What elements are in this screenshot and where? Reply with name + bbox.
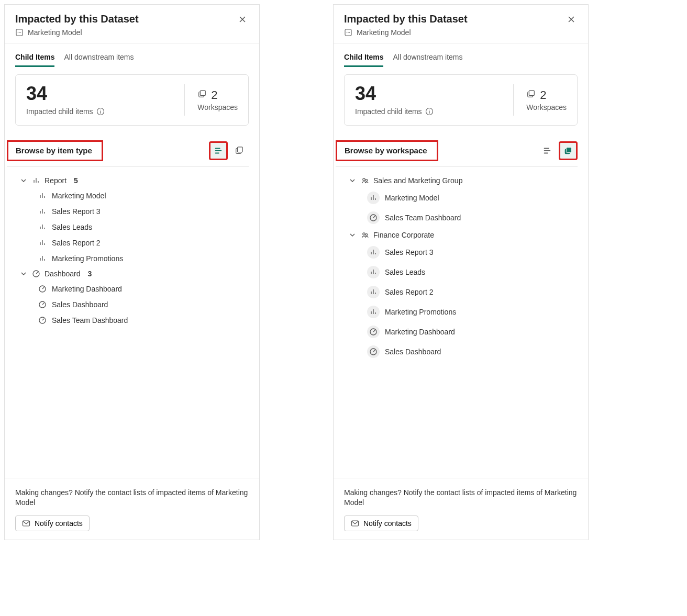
workspace-icon: [361, 231, 369, 239]
report-icon: [38, 223, 47, 231]
tree-item[interactable]: Sales Leads: [367, 262, 578, 282]
tab-all-downstream[interactable]: All downstream items: [393, 53, 462, 67]
tree-item[interactable]: Marketing Model: [367, 188, 578, 208]
report-icon: [367, 266, 380, 278]
notify-contacts-button[interactable]: Notify contacts: [344, 516, 418, 531]
svg-point-26: [363, 233, 365, 235]
tree-item[interactable]: Sales Team Dashboard: [367, 208, 578, 228]
tree-item[interactable]: Sales Team Dashboard: [38, 312, 249, 328]
item-label: Sales Dashboard: [385, 348, 441, 356]
close-icon: [238, 15, 247, 24]
browse-by-type-button[interactable]: [538, 141, 557, 160]
tree-item[interactable]: Sales Report 2: [367, 282, 578, 302]
report-icon: [38, 192, 47, 200]
report-icon: [38, 207, 47, 216]
chevron-down-icon: [348, 176, 357, 185]
tree-item[interactable]: Marketing Dashboard: [38, 281, 249, 297]
impact-panel-left: Impacted by this Dataset Marketing Model…: [4, 4, 260, 540]
svg-point-24: [365, 180, 368, 182]
dashboard-icon: [38, 300, 47, 309]
item-tree: Report5Marketing ModelSales Report 3Sale…: [5, 167, 259, 478]
impacted-count-label: Impacted child items: [355, 107, 422, 116]
browse-label-highlight: Browse by item type: [7, 140, 103, 161]
tab-child-items[interactable]: Child Items: [344, 53, 383, 67]
svg-point-15: [347, 32, 348, 33]
mail-icon: [351, 519, 359, 528]
item-label: Sales Leads: [52, 223, 92, 231]
workspace-icon: [361, 176, 369, 185]
svg-rect-22: [566, 148, 571, 153]
dataset-name: Marketing Model: [28, 28, 82, 37]
impacted-count: 34: [355, 84, 507, 103]
impacted-count: 34: [26, 84, 178, 103]
tree-item[interactable]: Marketing Promotions: [367, 302, 578, 322]
chevron-down-icon: [19, 270, 28, 278]
report-icon: [367, 286, 380, 298]
item-label: Sales Report 2: [52, 239, 101, 247]
tree-group-header[interactable]: Report5: [19, 173, 249, 188]
group-label: Finance Corporate: [373, 231, 434, 239]
item-label: Marketing Dashboard: [385, 328, 455, 336]
dashboard-icon: [38, 285, 47, 293]
tree-group-header[interactable]: Dashboard3: [19, 266, 249, 281]
item-label: Marketing Promotions: [385, 308, 456, 316]
svg-point-17: [349, 32, 350, 33]
browse-by-type-button[interactable]: [209, 141, 228, 160]
workspaces-icon: [526, 89, 536, 101]
tree-item[interactable]: Sales Report 2: [38, 235, 249, 251]
tree-item[interactable]: Sales Report 3: [38, 204, 249, 219]
svg-point-1: [18, 32, 19, 33]
dataset-name: Marketing Model: [357, 28, 411, 37]
svg-point-2: [19, 32, 20, 33]
tree-item[interactable]: Sales Report 3: [367, 242, 578, 262]
browse-by-workspace-button[interactable]: [559, 141, 578, 160]
item-label: Sales Report 3: [52, 207, 101, 216]
panel-header: Impacted by this Dataset Marketing Model: [334, 5, 588, 43]
tree-item[interactable]: Marketing Dashboard: [367, 322, 578, 342]
mail-icon: [22, 519, 30, 528]
group-label: Report: [45, 176, 67, 185]
close-button[interactable]: [565, 13, 578, 26]
workspace-stack-icon: [235, 146, 244, 155]
svg-point-27: [365, 234, 368, 236]
close-button[interactable]: [236, 13, 249, 26]
dashboard-icon: [367, 345, 380, 358]
panel-title: Impacted by this Dataset: [15, 13, 236, 25]
summary-card: 34 Impacted child items 2 Workspaces: [344, 74, 578, 126]
tree-group-header[interactable]: Sales and Marketing Group: [348, 173, 578, 188]
item-tree: Sales and Marketing GroupMarketing Model…: [334, 167, 588, 478]
svg-rect-6: [201, 91, 206, 96]
item-label: Marketing Model: [385, 194, 439, 202]
item-label: Sales Dashboard: [52, 300, 108, 309]
tab-child-items[interactable]: Child Items: [15, 53, 54, 67]
report-icon: [367, 192, 380, 204]
notify-contacts-button[interactable]: Notify contacts: [15, 516, 90, 531]
impacted-count-label: Impacted child items: [26, 107, 93, 116]
group-label: Sales and Marketing Group: [373, 176, 462, 185]
browse-by-workspace-button[interactable]: [230, 141, 249, 160]
group-label: Dashboard: [45, 270, 81, 278]
svg-point-3: [20, 32, 21, 33]
tree-item[interactable]: Sales Dashboard: [38, 297, 249, 312]
tree-group-header[interactable]: Finance Corporate: [348, 228, 578, 242]
browse-label: Browse by workspace: [345, 146, 427, 155]
tree-item[interactable]: Sales Dashboard: [367, 342, 578, 362]
tree-item[interactable]: Marketing Model: [38, 188, 249, 204]
dataset-icon: [344, 28, 352, 37]
item-label: Marketing Model: [52, 192, 106, 200]
browse-label: Browse by item type: [16, 146, 92, 155]
notify-label: Notify contacts: [363, 519, 412, 528]
info-icon[interactable]: [425, 107, 434, 116]
item-label: Sales Report 3: [385, 248, 434, 256]
tree-item[interactable]: Marketing Promotions: [38, 251, 249, 266]
notify-label: Notify contacts: [35, 519, 83, 528]
info-icon[interactable]: [96, 107, 105, 116]
report-icon: [32, 176, 40, 185]
summary-card: 34 Impacted child items 2 Workspaces: [15, 74, 249, 126]
svg-rect-20: [529, 91, 535, 96]
tab-all-downstream[interactable]: All downstream items: [64, 53, 134, 67]
item-label: Sales Team Dashboard: [385, 214, 461, 222]
tree-item[interactable]: Sales Leads: [38, 219, 249, 235]
svg-point-16: [348, 32, 349, 33]
item-label: Sales Report 2: [385, 288, 434, 296]
